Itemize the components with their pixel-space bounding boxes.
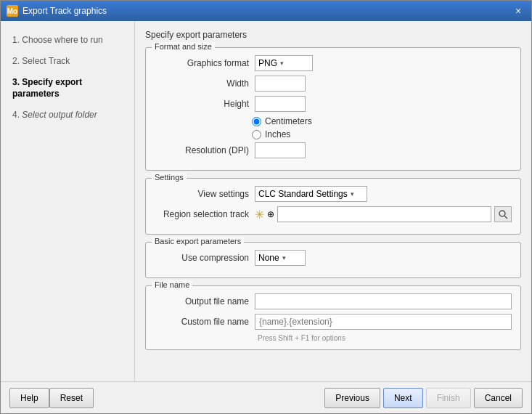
region-icon: ✳ [255,208,264,222]
browse-icon [498,209,508,219]
basic-export-title: Basic export parameters [152,237,244,245]
cancel-button[interactable]: Cancel [474,388,523,408]
inches-label: Inches [265,129,290,139]
format-size-title: Format and size [152,42,215,51]
close-button[interactable]: × [511,4,525,18]
app-logo: Mo [7,5,18,17]
reset-button[interactable]: Reset [49,388,94,408]
bottom-bar: Help Reset Previous Next Finish Cancel [1,381,531,413]
window-title: Export Track graphics [22,6,511,16]
height-label: Height [155,99,249,109]
region-selection-row: Region selection track ✳ ⊕ Region of int… [155,206,512,222]
output-filename-label: Output file name [155,296,249,307]
width-label: Width [155,78,249,89]
width-row: Width 50 [155,76,512,92]
resolution-row: Resolution (DPI) 300 [155,142,512,158]
compression-label: Use compression [155,253,249,263]
output-filename-row: Output file name RNA_read_mapping (WT)-R… [155,293,512,309]
height-input[interactable]: 20 [255,96,306,112]
custom-filename-row: Custom file name [155,314,512,330]
title-bar: Mo Export Track graphics × [1,1,531,21]
resolution-label: Resolution (DPI) [155,145,249,155]
format-dropdown-arrow: ▾ [280,60,284,67]
sidebar-item-select-track[interactable]: 2. Select Track [8,52,127,70]
settings-dropdown-arrow: ▾ [351,190,354,198]
centimeters-row: Centimeters [155,116,512,126]
compression-dropdown-arrow: ▾ [282,254,286,261]
content-area: 1. Choose where to run 2. Select Track 3… [1,21,531,381]
centimeters-radio[interactable] [252,117,261,126]
previous-button[interactable]: Previous [324,388,380,408]
inches-row: Inches [155,129,512,139]
format-size-group: Format and size Graphics format PNG ▾ Wi… [145,47,521,171]
region-star-icon: ⊕ [267,209,274,219]
help-button[interactable]: Help [9,388,49,408]
basic-export-group: Basic export parameters Use compression … [145,242,521,278]
custom-filename-label: Custom file name [155,317,249,327]
height-row: Height 20 [155,96,512,112]
hint-text: Press Shift + F1 for options [155,334,512,342]
file-name-group: File name Output file name RNA_read_mapp… [145,285,521,350]
file-name-title: File name [152,280,192,289]
sidebar: 1. Choose where to run 2. Select Track 3… [1,21,135,381]
region-label: Region selection track [155,209,249,219]
panel-title: Specify export parameters [145,30,521,40]
nav-buttons: Previous Next Finish Cancel [324,388,523,408]
width-input[interactable]: 50 [255,76,306,92]
centimeters-label: Centimeters [265,116,312,126]
graphics-format-select[interactable]: PNG ▾ [255,55,313,71]
svg-point-0 [499,211,505,216]
view-settings-select[interactable]: CLC Standard Settings ▾ [255,186,367,202]
sidebar-item-specify-params[interactable]: 3. Specify export parameters [8,73,127,104]
next-button[interactable]: Next [383,388,423,408]
sidebar-item-choose-where[interactable]: 1. Choose where to run [8,31,127,49]
svg-line-1 [504,216,507,219]
settings-title: Settings [152,173,187,182]
main-window: Mo Export Track graphics × 1. Choose whe… [0,0,532,414]
inches-radio[interactable] [252,130,261,139]
view-settings-row: View settings CLC Standard Settings ▾ [155,186,512,202]
graphics-format-row: Graphics format PNG ▾ [155,55,512,71]
region-input[interactable]: Region of interest [277,206,491,222]
finish-button: Finish [426,388,471,408]
main-panel: Specify export parameters Format and siz… [135,21,531,381]
settings-group: Settings View settings CLC Standard Sett… [145,178,521,235]
custom-filename-input[interactable] [255,314,512,330]
output-filename-input[interactable]: RNA_read_mapping (WT)-RNA_S3_L001_R1_001… [255,293,512,309]
sidebar-item-select-output[interactable]: 4. Select output folder [8,106,127,124]
resolution-input[interactable]: 300 [255,142,306,158]
view-settings-label: View settings [155,189,249,199]
graphics-format-label: Graphics format [155,58,249,68]
compression-select[interactable]: None ▾ [255,250,306,266]
compression-row: Use compression None ▾ [155,250,512,266]
region-browse-button[interactable] [494,206,512,222]
